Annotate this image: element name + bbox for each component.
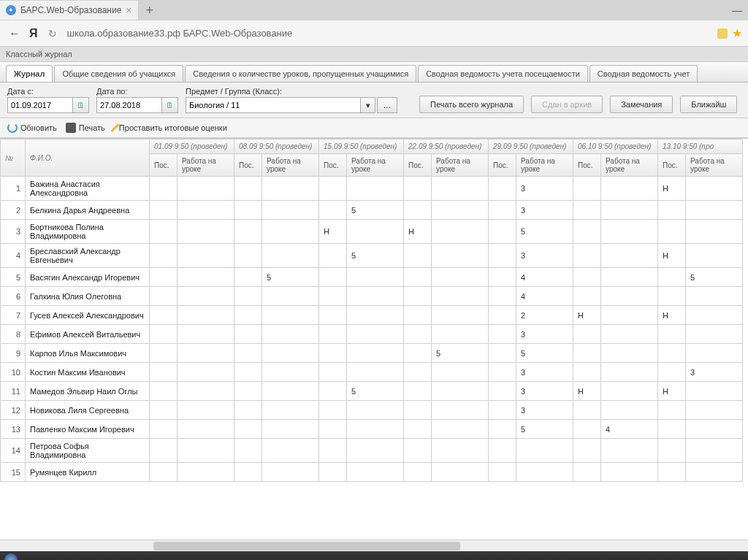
grade-cell[interactable]: [432, 382, 489, 401]
start-orb-icon[interactable]: [4, 553, 18, 560]
grade-cell[interactable]: [347, 268, 404, 287]
attendance-cell[interactable]: [404, 463, 432, 482]
grade-cell[interactable]: [432, 244, 489, 268]
grade-cell[interactable]: [686, 177, 743, 201]
date-to-calendar-icon[interactable]: 🗓: [162, 97, 178, 113]
grade-cell[interactable]: [432, 363, 489, 382]
journal-grid[interactable]: № Ф.И.О. 01.09 9:50 (проведен)08.09 9:50…: [0, 138, 748, 540]
attendance-cell[interactable]: Н: [573, 306, 601, 325]
grade-cell[interactable]: [601, 268, 658, 287]
attendance-cell[interactable]: Н: [658, 306, 686, 325]
attendance-cell[interactable]: [489, 287, 516, 306]
grade-cell[interactable]: 3: [516, 244, 573, 268]
grade-cell[interactable]: [178, 268, 234, 287]
grade-cell[interactable]: [178, 177, 234, 201]
grade-cell[interactable]: 5: [347, 382, 404, 401]
grade-cell[interactable]: [347, 344, 404, 363]
grade-cell[interactable]: [601, 344, 658, 363]
back-button[interactable]: ←: [6, 25, 23, 42]
attendance-cell[interactable]: [150, 439, 178, 463]
grade-cell[interactable]: [686, 244, 743, 268]
grade-cell[interactable]: [601, 177, 658, 201]
grade-cell[interactable]: [686, 287, 743, 306]
tab-attendance-summary[interactable]: Сводная ведомость учета посещаемости: [418, 65, 588, 82]
attendance-cell[interactable]: [658, 401, 686, 420]
attendance-cell[interactable]: [319, 201, 347, 220]
refresh-button[interactable]: Обновить: [7, 123, 57, 133]
grade-cell[interactable]: [178, 306, 234, 325]
attendance-cell[interactable]: [658, 439, 686, 463]
grade-cell[interactable]: [347, 325, 404, 344]
table-row[interactable]: 9Карпов Илья Максимович55: [1, 344, 743, 363]
attendance-cell[interactable]: [489, 401, 516, 420]
grade-cell[interactable]: [347, 401, 404, 420]
attendance-cell[interactable]: [319, 344, 347, 363]
grade-cell[interactable]: 3: [516, 382, 573, 401]
attendance-cell[interactable]: [489, 439, 516, 463]
attendance-cell[interactable]: [489, 344, 516, 363]
attendance-cell[interactable]: [404, 420, 432, 439]
table-row[interactable]: 5Васягин Александр Игоревич545: [1, 268, 743, 287]
grade-cell[interactable]: [347, 177, 404, 201]
grade-cell[interactable]: [601, 382, 658, 401]
attendance-cell[interactable]: [319, 363, 347, 382]
grade-cell[interactable]: [347, 287, 404, 306]
set-final-grades-button[interactable]: Проставить итоговые оценки: [114, 123, 227, 133]
attendance-cell[interactable]: Н: [658, 177, 686, 201]
table-row[interactable]: 14Петрова Софья Владимировна: [1, 439, 743, 463]
table-row[interactable]: 8Ефимов Алексей Витальевич3: [1, 325, 743, 344]
horizontal-scrollbar[interactable]: [0, 540, 748, 551]
attendance-cell[interactable]: [489, 201, 516, 220]
attendance-cell[interactable]: [234, 220, 262, 244]
reload-icon[interactable]: ↻: [44, 25, 61, 42]
grade-cell[interactable]: [516, 439, 573, 463]
grade-cell[interactable]: [686, 306, 743, 325]
grade-cell[interactable]: 4: [601, 420, 658, 439]
attendance-cell[interactable]: [489, 420, 516, 439]
attendance-cell[interactable]: [573, 325, 601, 344]
attendance-cell[interactable]: [404, 287, 432, 306]
attendance-cell[interactable]: [404, 439, 432, 463]
grade-cell[interactable]: 5: [516, 220, 573, 244]
grade-cell[interactable]: [432, 220, 489, 244]
table-row[interactable]: 2Белкина Дарья Андреевна53: [1, 201, 743, 220]
grade-cell[interactable]: [432, 420, 489, 439]
subject-input[interactable]: [186, 97, 361, 113]
attendance-cell[interactable]: [573, 287, 601, 306]
attendance-cell[interactable]: [489, 244, 516, 268]
grade-cell[interactable]: [178, 401, 234, 420]
attendance-cell[interactable]: [404, 306, 432, 325]
grade-cell[interactable]: 4: [516, 287, 573, 306]
table-row[interactable]: 12Новикова Лиля Сергеевна3: [1, 401, 743, 420]
table-row[interactable]: 4Бреславский Александр Евгеньевич53Н: [1, 244, 743, 268]
grade-cell[interactable]: [432, 268, 489, 287]
grade-cell[interactable]: [262, 177, 319, 201]
grade-cell[interactable]: [601, 244, 658, 268]
attendance-cell[interactable]: [573, 201, 601, 220]
date-to-input[interactable]: [96, 97, 162, 113]
grade-cell[interactable]: [178, 325, 234, 344]
grade-cell[interactable]: [601, 401, 658, 420]
grade-cell[interactable]: [686, 463, 743, 482]
new-tab-button[interactable]: +: [139, 3, 161, 18]
attendance-cell[interactable]: [319, 463, 347, 482]
attendance-cell[interactable]: [319, 420, 347, 439]
bookmark-star-icon[interactable]: ★: [732, 26, 742, 40]
tab-journal[interactable]: Журнал: [6, 65, 53, 82]
grade-cell[interactable]: [178, 439, 234, 463]
grade-cell[interactable]: [432, 463, 489, 482]
yandex-logo-icon[interactable]: Я: [29, 27, 38, 40]
attendance-cell[interactable]: [319, 325, 347, 344]
grade-cell[interactable]: 3: [516, 177, 573, 201]
grade-cell[interactable]: [686, 344, 743, 363]
attendance-cell[interactable]: [234, 344, 262, 363]
attendance-cell[interactable]: [234, 401, 262, 420]
attendance-cell[interactable]: [234, 177, 262, 201]
table-row[interactable]: 3Бортникова Полина ВладимировнаНН5: [1, 220, 743, 244]
grade-cell[interactable]: [262, 363, 319, 382]
attendance-cell[interactable]: [150, 201, 178, 220]
grade-cell[interactable]: [686, 420, 743, 439]
grade-cell[interactable]: 5: [686, 268, 743, 287]
attendance-cell[interactable]: [658, 201, 686, 220]
scrollbar-thumb[interactable]: [153, 542, 460, 551]
